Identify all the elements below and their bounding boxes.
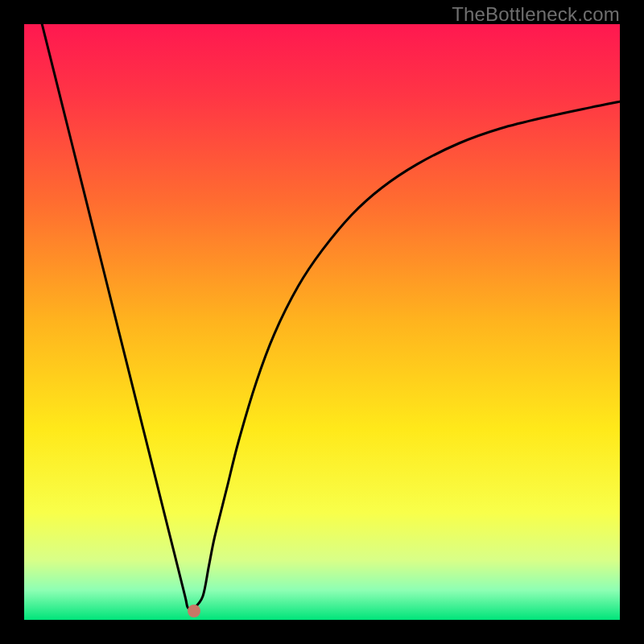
chart-curve-svg	[24, 24, 620, 620]
chart-area	[24, 24, 620, 620]
optimal-point-marker	[188, 605, 200, 617]
watermark-text: TheBottleneck.com	[452, 3, 620, 26]
bottleneck-curve	[42, 24, 620, 609]
